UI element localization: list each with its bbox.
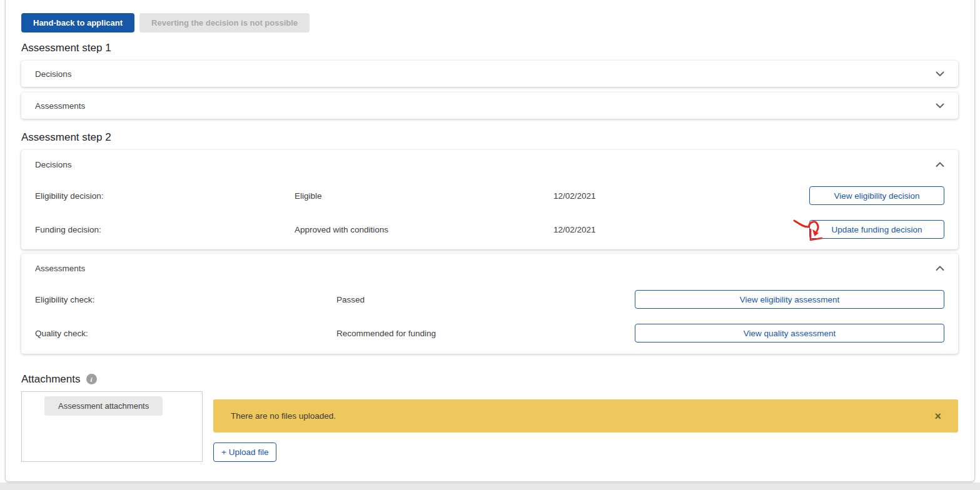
eligibility-decision-row: Eligibility decision: Eligible 12/02/202…	[35, 186, 944, 205]
attachments-tab-box: Assessment attachments	[21, 391, 203, 462]
step1-assessments-panel-header[interactable]: Assessments	[21, 92, 958, 119]
close-icon[interactable]: ×	[934, 411, 941, 422]
update-funding-decision-button[interactable]: Update funding decision	[809, 220, 944, 239]
chevron-down-icon[interactable]	[936, 103, 944, 109]
panel-title: Decisions	[35, 69, 72, 79]
decision-row-date: 12/02/2021	[553, 191, 809, 201]
view-eligibility-assessment-button[interactable]: View eligibility assessment	[635, 290, 944, 309]
attachments-content: There are no files uploaded. × + Upload …	[213, 391, 958, 462]
quality-check-row: Quality check: Recommended for funding V…	[35, 324, 944, 342]
step2-assessments-panel: Assessments Eligibility check: Passed Vi…	[21, 254, 958, 354]
step2-decisions-panel: Decisions Eligibility decision: Eligible…	[21, 150, 958, 249]
funding-decision-row: Funding decision: Approved with conditio…	[35, 220, 944, 239]
upload-file-button[interactable]: + Upload file	[213, 442, 276, 462]
decision-row-label: Eligibility decision:	[35, 191, 295, 201]
chevron-up-icon[interactable]	[936, 162, 944, 168]
page-bottom-strip	[0, 482, 980, 490]
content-area: Hand-back to applicant Reverting the dec…	[6, 0, 974, 462]
attachments-area: Assessment attachments There are no file…	[21, 391, 958, 462]
assessment-row-label: Quality check:	[35, 329, 336, 338]
decision-row-label: Funding decision:	[35, 225, 295, 234]
no-files-alert: There are no files uploaded. ×	[213, 399, 958, 432]
hand-back-to-applicant-button[interactable]: Hand-back to applicant	[21, 13, 134, 32]
alert-message: There are no files uploaded.	[231, 411, 336, 421]
step2-decisions-panel-header[interactable]: Decisions	[35, 159, 944, 170]
view-eligibility-decision-button[interactable]: View eligibility decision	[809, 186, 944, 205]
decision-row-date: 12/02/2021	[553, 225, 809, 234]
chevron-down-icon[interactable]	[936, 71, 944, 77]
view-quality-assessment-button[interactable]: View quality assessment	[635, 324, 944, 342]
step1-decisions-panel-header[interactable]: Decisions	[21, 61, 958, 87]
chevron-up-icon[interactable]	[936, 266, 944, 271]
step1-heading: Assessment step 1	[21, 41, 958, 55]
step2-heading: Assessment step 2	[21, 130, 958, 144]
panel-title: Assessments	[35, 264, 85, 273]
assessment-row-label: Eligibility check:	[35, 295, 336, 304]
attachments-heading-row: Attachments i	[21, 372, 958, 386]
panel-title: Decisions	[35, 160, 72, 169]
decision-row-value: Eligible	[295, 191, 553, 201]
assessment-attachments-tab[interactable]: Assessment attachments	[44, 396, 163, 416]
main-content-card: Hand-back to applicant Reverting the dec…	[5, 0, 975, 482]
toolbar: Hand-back to applicant Reverting the dec…	[21, 13, 958, 32]
step2-assessments-panel-header[interactable]: Assessments	[35, 262, 944, 274]
attachments-heading: Attachments	[21, 372, 81, 386]
info-icon[interactable]: i	[86, 374, 97, 384]
assessment-row-value: Recommended for funding	[336, 329, 635, 338]
assessment-row-value: Passed	[336, 295, 635, 304]
decision-row-value: Approved with conditions	[295, 225, 553, 234]
revert-decision-disabled-button[interactable]: Reverting the decision is not possible	[139, 13, 310, 32]
eligibility-check-row: Eligibility check: Passed View eligibili…	[35, 290, 944, 309]
panel-title: Assessments	[35, 101, 85, 111]
